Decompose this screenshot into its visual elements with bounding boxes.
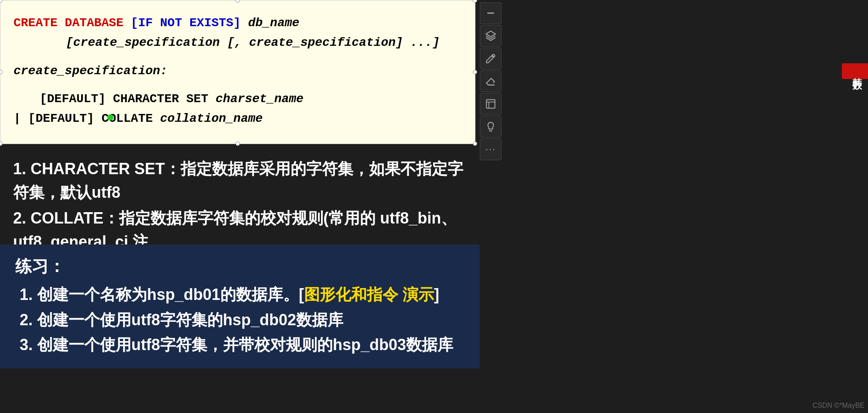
right-toolbar: ··· bbox=[478, 0, 504, 162]
exercise-item-1-start: 1. 创建一个名称为hsp_db01的数据库。[ bbox=[20, 286, 304, 303]
exercise-item-1-link[interactable]: 图形化和指令 演示 bbox=[304, 286, 434, 303]
exercise-item-1-end: ] bbox=[434, 286, 439, 303]
handle-bottom-middle[interactable] bbox=[236, 141, 240, 146]
handle-middle-right[interactable] bbox=[473, 70, 477, 74]
toolbar-eraser-button[interactable] bbox=[480, 70, 502, 92]
code-collation-name: collation_name bbox=[153, 112, 263, 125]
layers-icon bbox=[485, 30, 496, 41]
toolbar-minus-button[interactable] bbox=[480, 2, 502, 24]
eraser-icon bbox=[485, 76, 496, 87]
svg-rect-3 bbox=[486, 100, 495, 108]
keyword-default-charset: [DEFAULT] CHARACTER SET bbox=[40, 92, 208, 106]
exercise-title: 练习： bbox=[15, 255, 465, 278]
bulb-icon bbox=[485, 121, 496, 132]
handle-top-right[interactable] bbox=[473, 0, 477, 3]
code-line-5: | [DEFAULT] COLLATE collation_name bbox=[14, 109, 458, 129]
exercise-item-2: 2. 创建一个使用utf8字符集的hsp_db02数据库 bbox=[20, 307, 465, 333]
toolbar-pencil-button[interactable] bbox=[480, 48, 502, 69]
watermark: CSDN ©*MayBE bbox=[813, 402, 865, 410]
handle-top-left[interactable] bbox=[0, 0, 3, 3]
code-empty-line bbox=[14, 53, 458, 62]
code-line-2: [create_specification [, create_specific… bbox=[14, 33, 458, 53]
code-create-spec-line: [create_specification [, create_specific… bbox=[66, 36, 440, 49]
code-line-1: CREATE DATABASE [IF NOT EXISTS] db_name bbox=[14, 14, 458, 33]
code-line-4: [DEFAULT] CHARACTER SET charset_name bbox=[14, 89, 458, 109]
dots-icon: ··· bbox=[485, 144, 496, 155]
red-badge: 韩 数 bbox=[842, 63, 868, 79]
keyword-if-not-exists: [IF NOT EXISTS] bbox=[123, 16, 241, 30]
handle-top-middle[interactable] bbox=[236, 0, 240, 3]
exercise-item-3: 3. 创建一个使用utf8字符集，并带校对规则的hsp_db03数据库 bbox=[20, 332, 465, 358]
code-db-name: db_name bbox=[241, 16, 299, 30]
handle-bottom-left[interactable] bbox=[0, 141, 3, 146]
desc-line-1: 1. CHARACTER SET：指定数据库采用的字符集，如果不指定字符集，默认… bbox=[13, 157, 467, 204]
code-create-spec-label: create_specification: bbox=[14, 64, 167, 78]
toolbar-more-button[interactable]: ··· bbox=[480, 138, 502, 160]
exercise-item-1: 1. 创建一个名称为hsp_db01的数据库。[图形化和指令 演示] bbox=[20, 282, 465, 307]
code-line-3: create_specification: bbox=[14, 62, 458, 81]
pencil-icon bbox=[485, 53, 496, 64]
minus-icon bbox=[485, 7, 496, 19]
toolbar-bulb-button[interactable] bbox=[480, 116, 502, 138]
handle-bottom-right[interactable] bbox=[473, 141, 477, 146]
toolbar-frame-button[interactable] bbox=[480, 93, 502, 115]
keyword-create-database: CREATE DATABASE bbox=[14, 16, 123, 30]
handle-middle-left[interactable] bbox=[0, 70, 3, 74]
frame-icon bbox=[485, 98, 496, 110]
toolbar-layers-button[interactable] bbox=[480, 25, 502, 47]
code-charset-name: charset_name bbox=[208, 92, 303, 106]
keyword-default-collate: | [DEFAULT] COLLATE bbox=[14, 112, 153, 125]
code-empty-line-2 bbox=[14, 81, 458, 89]
main-container: CREATE DATABASE [IF NOT EXISTS] db_name … bbox=[0, 0, 868, 413]
svg-marker-1 bbox=[486, 31, 496, 37]
exercise-box: 练习： 1. 创建一个名称为hsp_db01的数据库。[图形化和指令 演示] 2… bbox=[0, 244, 480, 368]
code-box: CREATE DATABASE [IF NOT EXISTS] db_name … bbox=[0, 0, 475, 144]
